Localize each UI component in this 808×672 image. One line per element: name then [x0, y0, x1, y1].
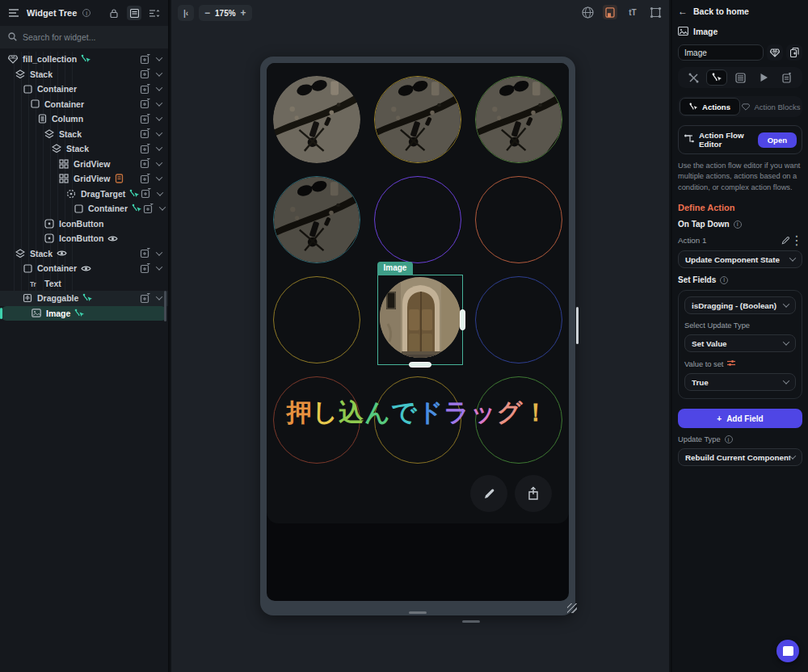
widget-search-bar[interactable]: [0, 26, 168, 48]
tab-actions[interactable]: [706, 69, 727, 86]
grid-photo-circle[interactable]: [273, 76, 360, 163]
add-widget-icon[interactable]: [139, 69, 150, 80]
rebuild-dropdown[interactable]: Rebuild Current Component: [678, 448, 802, 466]
tab-generated-code[interactable]: [776, 69, 797, 86]
sort-expand-icon[interactable]: [147, 6, 162, 20]
back-to-home[interactable]: ← Back to home: [678, 5, 802, 18]
tree-row-container[interactable]: Container: [0, 261, 168, 276]
copy-widget-button[interactable]: [786, 44, 802, 61]
segment-action-blocks[interactable]: Action Blocks: [742, 98, 801, 116]
frame-resize-grip[interactable]: [567, 603, 577, 613]
chevron-down-icon[interactable]: [154, 128, 165, 140]
tree-row-column[interactable]: Column: [0, 111, 168, 127]
segment-actions[interactable]: Actions: [680, 98, 740, 116]
add-widget-icon[interactable]: [139, 99, 150, 110]
add-widget-icon[interactable]: [139, 128, 150, 140]
tree-row-draggable[interactable]: Draggable: [0, 291, 168, 306]
search-input[interactable]: [23, 32, 144, 42]
chevron-down-icon[interactable]: [154, 188, 166, 200]
visibility-eye-icon[interactable]: [81, 263, 91, 274]
tab-widget-properties[interactable]: [730, 69, 751, 86]
tab-properties-tools[interactable]: [683, 69, 704, 86]
add-widget-icon[interactable]: [140, 188, 151, 200]
chevron-down-icon[interactable]: [154, 83, 165, 94]
add-widget-icon[interactable]: [139, 262, 150, 274]
add-widget-icon[interactable]: [142, 203, 154, 214]
tree-row-iconbutton[interactable]: IconButton: [0, 231, 168, 246]
tree-row-gridview[interactable]: GridView: [0, 157, 168, 172]
selected-image-widget[interactable]: [380, 277, 461, 358]
tree-row-stack[interactable]: Stack: [0, 67, 168, 82]
device-preview-icon[interactable]: [603, 5, 617, 19]
grid-photo-circle[interactable]: [475, 76, 562, 163]
lock-icon[interactable]: [107, 6, 121, 20]
settings-sliders-icon[interactable]: [727, 359, 735, 368]
visibility-eye-icon[interactable]: [57, 248, 67, 258]
update-type-dropdown[interactable]: Set Value: [684, 334, 796, 352]
chevron-down-icon[interactable]: [154, 69, 165, 80]
tree-row-image[interactable]: Image: [2, 306, 166, 321]
design-canvas[interactable]: |‹ − 175% + tT: [171, 0, 669, 672]
chevron-down-icon[interactable]: [154, 262, 165, 274]
tree-row-container[interactable]: Container: [0, 97, 168, 112]
resize-handle-right[interactable]: [460, 309, 465, 330]
share-button[interactable]: [515, 475, 552, 512]
grid-photo-circle[interactable]: [374, 76, 461, 163]
drag-hint-text[interactable]: 押し込んでドラッグ！: [267, 396, 569, 430]
field-dropdown[interactable]: isDragging - (Boolean): [684, 296, 796, 314]
chevron-down-icon[interactable]: [154, 292, 165, 304]
grid-photo-circle[interactable]: [273, 176, 360, 263]
add-widget-icon[interactable]: [139, 113, 150, 124]
chevron-down-icon[interactable]: [154, 143, 165, 154]
grid-empty-circle[interactable]: [475, 176, 562, 263]
open-flow-editor-button[interactable]: Open: [758, 132, 797, 148]
grid-empty-circle[interactable]: [273, 276, 360, 363]
add-widget-icon[interactable]: [139, 173, 150, 184]
tree-row-gridview[interactable]: GridView: [0, 171, 168, 187]
tree-row-container[interactable]: Container: [0, 82, 168, 97]
add-widget-icon[interactable]: [139, 248, 150, 259]
tree-row-stack[interactable]: Stack: [0, 127, 168, 142]
add-widget-icon[interactable]: [139, 158, 150, 170]
edit-button[interactable]: [470, 475, 507, 512]
info-icon[interactable]: i: [734, 220, 742, 229]
info-icon[interactable]: i: [720, 276, 728, 284]
tab-test-run[interactable]: [753, 69, 774, 86]
add-widget-icon[interactable]: [139, 143, 150, 154]
tree-row-iconbutton[interactable]: IconButton: [0, 216, 168, 232]
action-type-dropdown[interactable]: Update Component State: [678, 250, 802, 268]
canvas-scrollbar[interactable]: [576, 307, 579, 344]
theme-diamond-button[interactable]: [767, 44, 783, 61]
grid-empty-circle[interactable]: [475, 276, 562, 363]
tree-row-container[interactable]: Container: [0, 201, 168, 216]
tree-scrollbar[interactable]: [164, 291, 166, 321]
collapse-panel-icon[interactable]: |‹: [178, 5, 194, 21]
zoom-out-icon[interactable]: −: [204, 7, 210, 19]
widget-name-input[interactable]: [678, 44, 764, 61]
grid-empty-circle[interactable]: [374, 176, 461, 263]
widget-selection-box[interactable]: Image: [377, 275, 463, 365]
add-field-button[interactable]: + Add Field: [678, 409, 802, 428]
tree-row-dragtarget[interactable]: DragTarget: [0, 187, 168, 202]
info-icon[interactable]: i: [725, 435, 733, 443]
visibility-eye-icon[interactable]: [107, 233, 118, 244]
add-widget-icon[interactable]: [139, 292, 150, 304]
zoom-in-icon[interactable]: +: [241, 7, 246, 19]
panel-view-icon[interactable]: [127, 6, 141, 20]
chevron-down-icon[interactable]: [154, 173, 165, 184]
resize-handle-bottom[interactable]: [409, 362, 431, 368]
chevron-down-icon[interactable]: [154, 53, 165, 65]
action-menu-icon[interactable]: ⋮: [791, 234, 802, 246]
chevron-down-icon[interactable]: [154, 248, 165, 259]
tree-row-fill_collection[interactable]: fill_collection: [0, 52, 168, 67]
hamburger-icon[interactable]: [6, 6, 21, 20]
edit-action-icon[interactable]: [780, 234, 791, 246]
tree-row-stack[interactable]: Stack: [0, 246, 168, 262]
chevron-down-icon[interactable]: [154, 158, 165, 170]
support-chat-button[interactable]: [776, 640, 799, 662]
add-widget-icon[interactable]: [139, 83, 150, 94]
typography-icon[interactable]: tT: [625, 5, 640, 19]
chevron-down-icon[interactable]: [154, 99, 165, 110]
tree-row-text[interactable]: TrText: [0, 276, 168, 292]
chevron-down-icon[interactable]: [157, 203, 168, 214]
